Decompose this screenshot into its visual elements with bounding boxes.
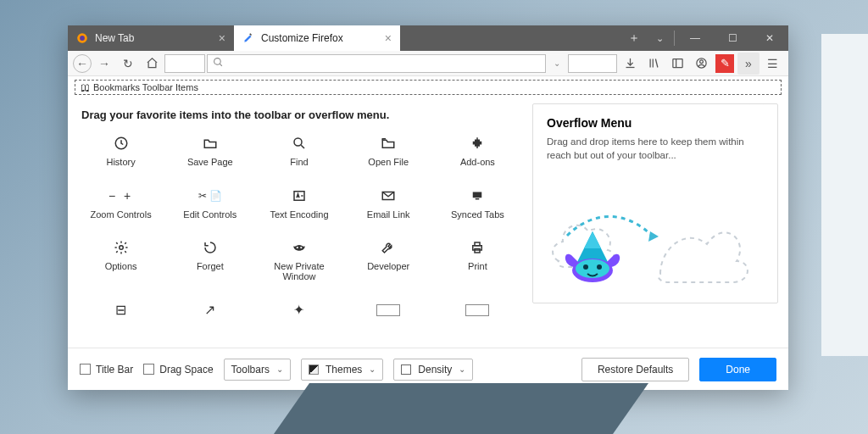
palette-item-extra-4[interactable]: [346, 297, 431, 334]
customize-palette[interactable]: History Save Page Find Open File: [78, 130, 524, 333]
dragspace-checkbox[interactable]: Drag Space: [143, 364, 213, 376]
palette-item-encoding[interactable]: Text Encoding: [256, 182, 342, 230]
checkbox-icon: [80, 364, 91, 375]
palette-item-forget[interactable]: Forget: [167, 234, 253, 292]
tab-customize[interactable]: Customize Firefox ×: [234, 25, 400, 51]
svg-rect-22: [475, 242, 480, 246]
palette-item-options[interactable]: Options: [78, 234, 164, 292]
bookmarks-toolbar-dropzone[interactable]: 🕮 Bookmarks Toolbar Items: [75, 80, 782, 95]
palette-item-save-page[interactable]: Save Page: [167, 130, 253, 177]
overflow-panel[interactable]: Overflow Menu Drag and drop items here t…: [532, 103, 778, 303]
toolbars-dropdown[interactable]: Toolbars ⌄: [224, 359, 291, 381]
sidebar-button[interactable]: [666, 53, 688, 75]
restore-defaults-button[interactable]: Restore Defaults: [581, 358, 689, 381]
button-label: Restore Defaults: [598, 364, 673, 376]
item-label: Save Page: [187, 157, 233, 167]
item-label: New Private Window: [258, 261, 340, 281]
address-search-field[interactable]: [207, 54, 546, 73]
home-button[interactable]: [141, 53, 163, 75]
item-label: History: [106, 157, 135, 167]
palette-item-edit[interactable]: ✂ 📄 Edit Controls: [167, 182, 253, 230]
checkbox-label: Drag Space: [159, 364, 213, 376]
nav-toolbar: ← → ↻ ⌄ ✎ » ☰: [68, 51, 788, 76]
wrench-icon: [381, 237, 396, 258]
palette-item-print[interactable]: Print: [435, 234, 520, 292]
edit-icon: ✂ 📄: [198, 186, 222, 206]
palette-item-synced[interactable]: Synced Tabs: [435, 182, 520, 230]
overflow-illustration: [533, 189, 754, 299]
window-maximize[interactable]: ☐: [714, 25, 751, 51]
dropdown-label: Toolbars: [231, 364, 270, 376]
palette-item-history[interactable]: History: [78, 130, 164, 177]
palette-item-find[interactable]: Find: [256, 130, 342, 177]
palette-pane: Drag your favorite items into the toolba…: [78, 103, 524, 348]
density-dropdown[interactable]: Density ⌄: [393, 359, 473, 381]
svg-point-12: [294, 138, 302, 146]
svg-line-6: [655, 59, 658, 68]
item-label: Email Link: [367, 209, 410, 220]
svg-point-20: [300, 247, 302, 248]
palette-item-email[interactable]: Email Link: [346, 182, 431, 230]
search-engine-chevron[interactable]: ⌄: [548, 58, 566, 68]
account-button[interactable]: [690, 53, 712, 75]
forward-button[interactable]: →: [93, 53, 115, 75]
themes-dropdown[interactable]: Themes ⌄: [301, 359, 383, 381]
svg-point-1: [80, 36, 85, 41]
gear-icon: [114, 237, 129, 258]
item-label: Open File: [368, 157, 409, 167]
palette-item-extra-5[interactable]: [435, 297, 520, 334]
checkbox-label: Title Bar: [96, 364, 133, 376]
new-tab-button[interactable]: ＋: [621, 25, 647, 51]
chevron-down-icon: ⌄: [276, 364, 283, 374]
flex-space[interactable]: [164, 54, 205, 73]
theme-swatch-icon: [309, 364, 319, 375]
done-button[interactable]: Done: [699, 358, 776, 381]
svg-rect-17: [476, 198, 480, 200]
paintbrush-icon: [242, 32, 254, 44]
firefox-icon: [76, 32, 88, 44]
palette-item-open-file[interactable]: Open File: [346, 130, 431, 177]
window-minimize[interactable]: —: [676, 25, 714, 51]
zoom-icon: − +: [108, 186, 133, 206]
back-button[interactable]: ←: [73, 54, 92, 73]
window-close[interactable]: ✕: [751, 25, 788, 51]
extension-button[interactable]: ✎: [714, 53, 736, 75]
folder-icon: [203, 133, 218, 153]
palette-item-zoom[interactable]: − + Zoom Controls: [78, 182, 164, 230]
close-icon[interactable]: ×: [219, 31, 225, 45]
palette-item-addons[interactable]: Add-ons: [435, 130, 520, 177]
item-label: Print: [468, 261, 487, 271]
flex-space[interactable]: [568, 54, 617, 73]
separator: [674, 31, 675, 46]
svg-point-18: [119, 246, 123, 250]
mail-icon: [381, 186, 396, 206]
overflow-pane: Overflow Menu Drag and drop items here t…: [532, 103, 778, 348]
synced-tabs-icon: [470, 186, 485, 206]
item-label: Options: [105, 261, 137, 271]
history-icon: [114, 133, 129, 153]
reload-button[interactable]: ↻: [117, 53, 139, 75]
palette-item-extra-3[interactable]: ✦: [256, 297, 342, 334]
item-label: Zoom Controls: [91, 209, 152, 220]
tab-new-tab[interactable]: New Tab ×: [68, 25, 234, 51]
titlebar-checkbox[interactable]: Title Bar: [80, 364, 133, 376]
overflow-button[interactable]: »: [737, 53, 760, 75]
svg-point-28: [597, 264, 602, 270]
palette-item-private[interactable]: New Private Window: [256, 234, 342, 292]
close-icon[interactable]: ×: [385, 31, 392, 45]
chevron-down-icon: ⌄: [369, 364, 376, 374]
app-menu-button[interactable]: ☰: [761, 53, 783, 75]
generic-icon: [465, 300, 489, 320]
library-button[interactable]: [643, 53, 665, 75]
print-icon: [470, 237, 485, 258]
palette-item-extra-2[interactable]: ↗: [167, 297, 253, 334]
firefox-window: New Tab × Customize Firefox × ＋ ⌄ — ☐ ✕ …: [68, 25, 788, 390]
svg-rect-16: [473, 192, 482, 198]
tabs-dropdown-button[interactable]: ⌄: [647, 25, 672, 51]
palette-item-extra-1[interactable]: ⊟: [78, 297, 164, 334]
button-label: Done: [726, 364, 750, 376]
palette-item-developer[interactable]: Developer: [346, 234, 431, 292]
search-icon: [213, 56, 224, 71]
svg-point-27: [583, 264, 588, 270]
downloads-button[interactable]: [619, 53, 641, 75]
